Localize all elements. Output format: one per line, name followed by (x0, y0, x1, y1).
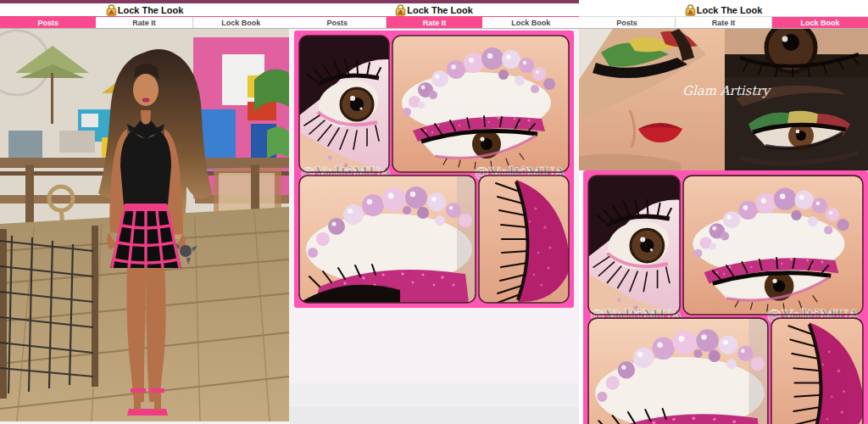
tab-bar: Posts Rate It Lock Book (0, 17, 289, 29)
tab-rate-it[interactable]: Rate It (96, 17, 192, 28)
app-screenshots-strip: Lock The Look Posts Rate It Lock Book (0, 0, 868, 424)
lock-book-grid-photo[interactable]: Glam Artistry (579, 29, 868, 170)
tab-posts[interactable]: Posts (579, 17, 676, 28)
post-photo-outfit[interactable] (0, 29, 289, 421)
app-header: Lock The Look (0, 3, 289, 16)
lock-book-collage-photo[interactable] (583, 170, 868, 424)
watermark-glam-artistry: Glam Artistry (682, 83, 771, 98)
tab-rate-it[interactable]: Rate It (387, 17, 483, 28)
app-title: Lock The Look (118, 5, 184, 15)
tab-bar: Posts Rate It Lock Book (579, 17, 868, 29)
posts-content (0, 29, 289, 424)
background-band (289, 383, 579, 407)
background-band (289, 407, 579, 424)
app-title: Lock The Look (407, 5, 473, 15)
rate-it-collage-photo[interactable] (294, 31, 574, 308)
lock-logo-icon (395, 4, 406, 16)
lock-book-content: Glam Artistry (579, 29, 868, 424)
app-header: Lock The Look (289, 3, 579, 16)
rate-it-content (289, 29, 579, 424)
app-title: Lock The Look (697, 5, 763, 15)
tab-lock-book[interactable]: Lock Book (772, 17, 868, 28)
app-header: Lock The Look (579, 3, 868, 16)
lock-logo-icon (106, 4, 117, 16)
tab-bar: Posts Rate It Lock Book (289, 17, 579, 29)
tab-posts[interactable]: Posts (0, 17, 96, 28)
tab-lock-book[interactable]: Lock Book (482, 17, 579, 28)
tab-lock-book[interactable]: Lock Book (193, 17, 289, 28)
panel-posts: Lock The Look Posts Rate It Lock Book (0, 0, 289, 424)
panel-lock-book: Lock The Look Posts Rate It Lock Book (579, 0, 868, 424)
tab-rate-it[interactable]: Rate It (676, 17, 772, 28)
lock-logo-icon (685, 4, 696, 16)
tab-posts[interactable]: Posts (289, 17, 387, 28)
panel-rate-it: Lock The Look Posts Rate It Lock Book (289, 0, 579, 424)
